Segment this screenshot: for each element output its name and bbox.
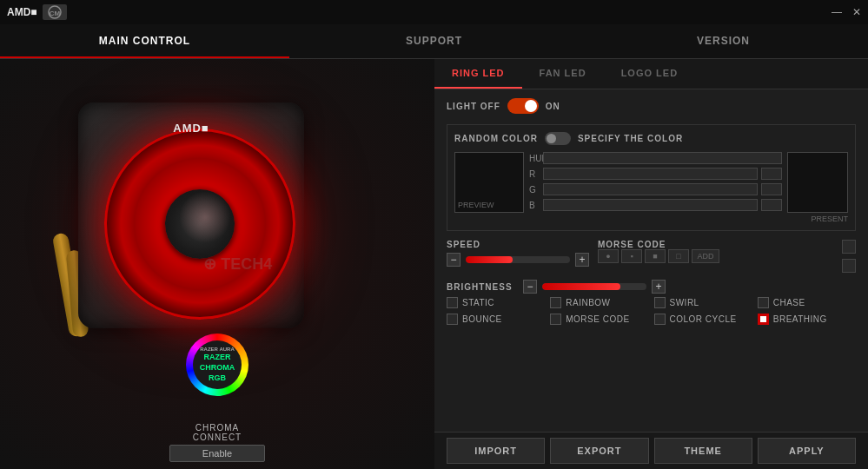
mode-bounce[interactable]: BOUNCE: [447, 314, 545, 325]
hue-label: HUE: [529, 154, 540, 163]
export-button[interactable]: EXPORT: [550, 438, 648, 464]
b-label: B: [529, 201, 540, 210]
r-label: R: [529, 169, 540, 179]
speed-morse-row: SPEED − + MORSE CODE ● ▪ ■: [447, 240, 856, 273]
color-cycle-checkbox[interactable]: [654, 314, 666, 325]
cooler-body: AMD■: [70, 94, 313, 337]
tab-logo-led[interactable]: LOGO LED: [604, 59, 695, 89]
random-color-row: RANDOM COLOR SPECIFY THE COLOR: [454, 132, 848, 145]
import-button[interactable]: IMPORT: [447, 438, 545, 464]
mode-breathing[interactable]: BREATHING: [758, 314, 856, 325]
morse-col: MORSE CODE ● ▪ ■ □ ADD: [598, 240, 830, 273]
toggle-knob: [525, 100, 537, 112]
fan-housing: AMD■: [78, 102, 304, 328]
morse-add-btn[interactable]: ADD: [692, 249, 719, 263]
light-toggle-switch[interactable]: [507, 98, 539, 114]
title-bar: AMD■ CM — ✕: [0, 0, 868, 24]
chroma-inner: RAZER AURA RAZER CHROMA RGB: [193, 340, 242, 389]
mode-grid: STATIC RAINBOW SWIRL CHASE: [447, 297, 856, 325]
r-value: [761, 168, 782, 180]
fan-ring: [104, 129, 295, 320]
chroma-badge: RAZER AURA RAZER CHROMA RGB: [186, 334, 248, 400]
theme-button[interactable]: THEME: [654, 438, 752, 464]
b-input[interactable]: [543, 199, 758, 211]
preview-box: PREVIEW: [454, 152, 524, 213]
enable-button[interactable]: Enable: [169, 445, 265, 462]
main-content: AMD■ ⊕ TECH4 RAZER AURA RAZER: [0, 59, 868, 469]
color-controls: HUE R G: [529, 152, 782, 211]
svg-text:CM: CM: [49, 10, 60, 17]
random-color-toggle[interactable]: [545, 132, 571, 145]
fan-hub: [165, 189, 235, 259]
tab-version[interactable]: VERSION: [579, 24, 868, 58]
mode-chase[interactable]: CHASE: [758, 297, 856, 308]
speed-label: SPEED: [447, 240, 516, 249]
tab-support[interactable]: SUPPORT: [289, 24, 579, 58]
color-boxes-row: PREVIEW HUE R G: [454, 152, 848, 223]
brightness-controls: − +: [523, 280, 666, 294]
brightness-increase-button[interactable]: +: [652, 280, 666, 294]
speed-decrease-button[interactable]: −: [447, 253, 461, 267]
side-boxes: [842, 240, 856, 273]
light-on-label: ON: [546, 102, 560, 111]
tab-fan-led[interactable]: FAN LED: [522, 59, 604, 89]
side-box-top[interactable]: [842, 240, 856, 254]
tab-ring-led[interactable]: RING LED: [434, 59, 522, 89]
left-panel: AMD■ ⊕ TECH4 RAZER AURA RAZER: [0, 59, 434, 469]
chroma-connect: CHROMA CONNECT Enable: [169, 423, 265, 462]
speed-fill: [466, 256, 513, 263]
side-box-bottom[interactable]: [842, 259, 856, 273]
mode-color-cycle[interactable]: COLOR CYCLE: [654, 314, 752, 325]
light-off-label: LIGHT OFF: [447, 102, 500, 111]
close-button[interactable]: ✕: [852, 6, 861, 18]
morse-btn-2[interactable]: ▪: [621, 249, 642, 263]
mode-static[interactable]: STATIC: [447, 297, 545, 308]
cooler-background: AMD■ ⊕ TECH4 RAZER AURA RAZER: [0, 59, 434, 469]
static-label: STATIC: [462, 298, 494, 307]
mode-swirl[interactable]: SWIRL: [654, 297, 752, 308]
tab-main-control[interactable]: MAIN CONTROL: [0, 24, 289, 58]
morse-code-label: MORSE CODE: [598, 240, 667, 249]
mode-rainbow[interactable]: RAINBOW: [550, 297, 648, 308]
g-value: [761, 183, 782, 195]
rainbow-label: RAINBOW: [566, 298, 610, 307]
mode-morse-code[interactable]: MORSE CODE: [550, 314, 648, 325]
amd-logo: AMD■: [7, 6, 37, 18]
right-panel: RING LED FAN LED LOGO LED LIGHT OFF ON: [434, 59, 868, 469]
brightness-decrease-button[interactable]: −: [523, 280, 537, 294]
morse-btn-1[interactable]: ●: [598, 249, 619, 263]
minimize-button[interactable]: —: [832, 6, 842, 18]
title-bar-left: AMD■ CM: [7, 4, 67, 20]
bounce-checkbox[interactable]: [447, 314, 458, 325]
chase-checkbox[interactable]: [758, 297, 769, 308]
brightness-track[interactable]: [542, 283, 646, 290]
breathing-checkbox[interactable]: [758, 314, 769, 325]
speed-col: SPEED − +: [447, 240, 589, 273]
g-input[interactable]: [543, 183, 758, 195]
r-row: R: [529, 168, 782, 180]
random-color-label: RANDOM COLOR: [454, 134, 538, 143]
hue-input[interactable]: [543, 152, 782, 164]
chroma-circle: RAZER AURA RAZER CHROMA RGB: [186, 334, 248, 396]
apply-button[interactable]: APPLY: [758, 438, 856, 464]
swirl-checkbox[interactable]: [654, 297, 666, 308]
led-tabs: RING LED FAN LED LOGO LED: [434, 59, 868, 89]
rainbow-checkbox[interactable]: [550, 297, 561, 308]
title-bar-right: — ✕: [832, 6, 861, 18]
color-side: PRESENT: [787, 152, 848, 223]
r-input[interactable]: [543, 168, 758, 180]
morse-code-checkbox[interactable]: [550, 314, 561, 325]
morse-btn-3[interactable]: ■: [645, 249, 666, 263]
chase-label: CHASE: [773, 298, 805, 307]
brightness-row: BRIGHTNESS − +: [447, 280, 856, 294]
speed-increase-button[interactable]: +: [575, 253, 589, 267]
static-checkbox[interactable]: [447, 297, 458, 308]
breathing-label: BREATHING: [773, 314, 827, 324]
breathing-check-mark: [760, 316, 766, 322]
morse-btn-4[interactable]: □: [668, 249, 689, 263]
random-toggle-knob: [547, 134, 556, 143]
speed-track[interactable]: [466, 256, 570, 263]
cooler-amd-label: AMD■: [173, 122, 209, 135]
nav-tabs: MAIN CONTROL SUPPORT VERSION: [0, 24, 868, 59]
bounce-label: BOUNCE: [462, 314, 502, 324]
